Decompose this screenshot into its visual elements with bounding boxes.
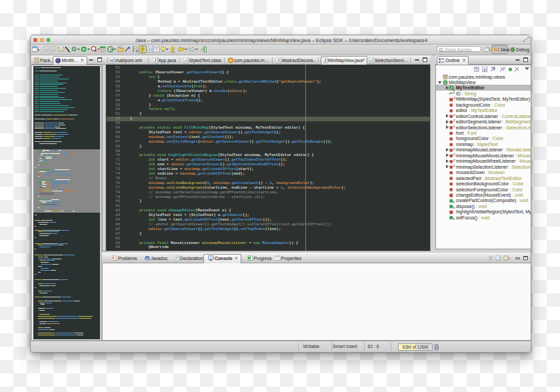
svg-text:C: C — [450, 87, 453, 91]
svg-text:S: S — [453, 97, 455, 100]
svg-text:F: F — [453, 91, 455, 95]
svg-text:@: @ — [145, 256, 149, 260]
svg-text:F: F — [453, 114, 455, 117]
svg-text:F: F — [453, 159, 455, 163]
svg-text:s: s — [504, 67, 505, 70]
svg-text:J: J — [497, 47, 499, 52]
svg-text:F: F — [453, 153, 455, 157]
svg-text:F: F — [453, 125, 455, 129]
svg-text:F: F — [453, 148, 455, 151]
svg-text:F: F — [453, 119, 455, 123]
svg-text:F: F — [453, 165, 455, 168]
svg-text:C: C — [444, 81, 447, 85]
